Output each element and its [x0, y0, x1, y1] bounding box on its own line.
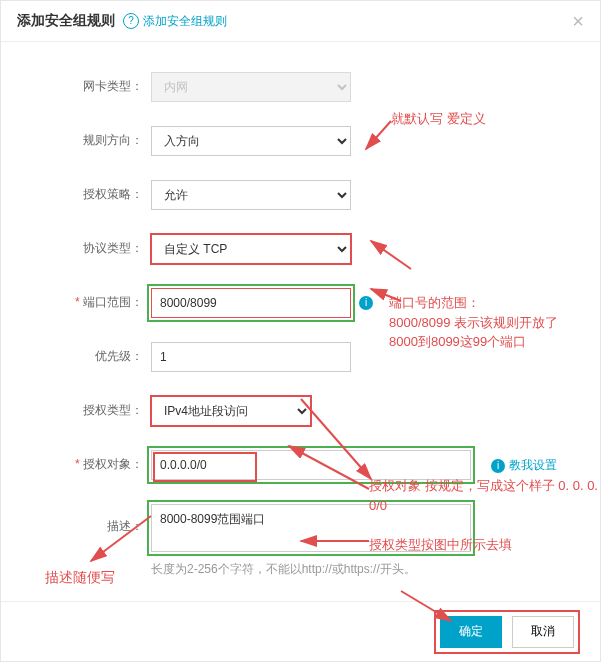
row-priority: 优先级： — [25, 342, 576, 372]
input-port-range[interactable] — [151, 288, 351, 318]
modal-title: 添加安全组规则 — [17, 12, 115, 30]
help-icon: ? — [123, 13, 139, 29]
label-protocol: 协议类型： — [25, 234, 151, 257]
info-icon: i — [491, 459, 505, 473]
label-description: 描述： — [25, 504, 151, 535]
label-priority: 优先级： — [25, 342, 151, 365]
row-nic-type: 网卡类型： 内网 — [25, 72, 576, 102]
select-protocol[interactable]: 自定义 TCP — [151, 234, 351, 264]
modal-footer: 确定 取消 — [1, 601, 600, 661]
row-policy: 授权策略： 允许 — [25, 180, 576, 210]
select-nic-type: 内网 — [151, 72, 351, 102]
row-description: 描述： 8000-8099范围端口 长度为2-256个字符，不能以http://… — [25, 504, 576, 578]
select-policy[interactable]: 允许 — [151, 180, 351, 210]
label-direction: 规则方向： — [25, 126, 151, 149]
label-policy: 授权策略： — [25, 180, 151, 203]
cancel-button[interactable]: 取消 — [512, 616, 574, 648]
modal-header: 添加安全组规则 ? 添加安全组规则 × — [1, 1, 600, 42]
label-port-range: 端口范围： — [25, 288, 151, 311]
description-hint: 长度为2-256个字符，不能以http://或https://开头。 — [151, 561, 471, 578]
form: 网卡类型： 内网 规则方向： 入方向 授权策略： 允许 — [1, 42, 600, 578]
input-auth-target[interactable] — [151, 450, 471, 480]
row-auth-type: 授权类型： IPv4地址段访问 — [25, 396, 576, 426]
label-auth-type: 授权类型： — [25, 396, 151, 419]
label-auth-target: 授权对象： — [25, 450, 151, 473]
close-icon[interactable]: × — [572, 11, 584, 31]
header-help-link[interactable]: ? 添加安全组规则 — [123, 13, 227, 30]
select-auth-type[interactable]: IPv4地址段访问 — [151, 396, 311, 426]
info-icon[interactable]: i — [359, 296, 373, 310]
input-priority[interactable] — [151, 342, 351, 372]
footer-highlight: 确定 取消 — [434, 610, 580, 654]
header-help-text: 添加安全组规则 — [143, 13, 227, 30]
auth-target-help-link[interactable]: i 教我设置 — [483, 457, 557, 474]
label-nic-type: 网卡类型： — [25, 72, 151, 95]
textarea-description[interactable]: 8000-8099范围端口 — [151, 504, 471, 552]
ok-button[interactable]: 确定 — [440, 616, 502, 648]
row-direction: 规则方向： 入方向 — [25, 126, 576, 156]
row-port-range: 端口范围： i — [25, 288, 576, 318]
row-protocol: 协议类型： 自定义 TCP — [25, 234, 576, 264]
select-direction[interactable]: 入方向 — [151, 126, 351, 156]
modal: 添加安全组规则 ? 添加安全组规则 × 网卡类型： 内网 规则方向： 入方向 — [0, 0, 601, 662]
row-auth-target: 授权对象： i 教我设置 — [25, 450, 576, 480]
